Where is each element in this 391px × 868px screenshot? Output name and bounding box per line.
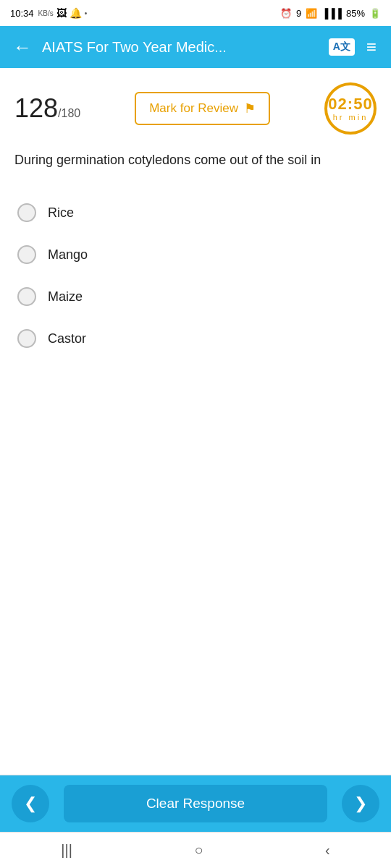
option-castor[interactable]: Castor [14,318,377,359]
status-bar: 10:34 KB/s 🖼 🔔 • ⏰ 9 📶 ▐▐▐ 85% 🔋 [0,0,391,26]
battery-icon: 🔋 [369,8,381,19]
main-content: 128/180 Mark for Review ⚑ 02:50 hr min D… [0,68,391,359]
android-home-button[interactable]: ○ [180,836,217,864]
radio-castor[interactable] [17,329,36,348]
notification-icon: 🔔 [70,7,82,19]
timer-time: 02:50 [328,95,372,113]
radio-mango[interactable] [17,245,36,264]
next-button[interactable]: ❯ [342,785,379,822]
android-recents-button[interactable]: ||| [46,836,87,864]
status-left: 10:34 KB/s 🖼 🔔 • [10,7,87,19]
page-title: AIATS For Two Year Medic... [42,39,321,56]
alarm-icon: ⏰ [280,8,292,19]
timer-unit-label: hr min [333,113,369,122]
mark-for-review-button[interactable]: Mark for Review ⚑ [135,92,270,125]
question-total: /180 [58,107,80,119]
option-rice[interactable]: Rice [14,192,377,234]
radio-maize[interactable] [17,287,36,306]
option-maize-label: Maize [48,289,83,305]
prev-icon: ❮ [24,794,37,813]
location-icon: 9 [296,8,301,19]
question-number-group: 128/180 [14,95,80,122]
mark-review-label: Mark for Review [149,101,238,116]
signal-bars-icon: ▐▐▐ [321,8,342,19]
battery-level: 85% [346,8,365,19]
option-maize[interactable]: Maize [14,276,377,318]
photo-icon: 🖼 [56,7,67,19]
status-time: 10:34 [10,8,34,19]
android-nav-bar: ||| ○ ‹ [0,832,391,868]
option-castor-label: Castor [48,331,86,346]
previous-button[interactable]: ❮ [12,785,49,822]
option-mango[interactable]: Mango [14,234,377,276]
clear-response-label: Clear Response [146,796,245,812]
clear-response-button[interactable]: Clear Response [64,785,327,822]
option-mango-label: Mango [48,247,88,263]
kb-indicator: KB/s [38,9,54,17]
wifi-icon: 📶 [306,8,317,19]
radio-rice[interactable] [17,203,36,222]
next-icon: ❯ [354,794,367,813]
status-right: ⏰ 9 📶 ▐▐▐ 85% 🔋 [280,8,381,19]
bottom-nav-bar: ❮ Clear Response ❯ [0,775,391,832]
timer-circle: 02:50 hr min [324,82,377,135]
option-rice-label: Rice [48,205,74,221]
question-text: During germination cotyledons come out o… [14,150,377,170]
top-nav-bar: ← AIATS For Two Year Medic... A文 ≡ [0,26,391,68]
options-list: Rice Mango Maize Castor [14,192,377,359]
menu-button[interactable]: ≡ [362,34,381,60]
dot-indicator: • [85,9,88,17]
question-header: 128/180 Mark for Review ⚑ 02:50 hr min [14,82,377,135]
flag-icon: ⚑ [244,101,256,116]
back-button[interactable]: ← [10,35,35,59]
translate-button[interactable]: A文 [329,38,355,56]
android-back-button[interactable]: ‹ [311,836,345,864]
question-number: 128 [14,93,58,123]
